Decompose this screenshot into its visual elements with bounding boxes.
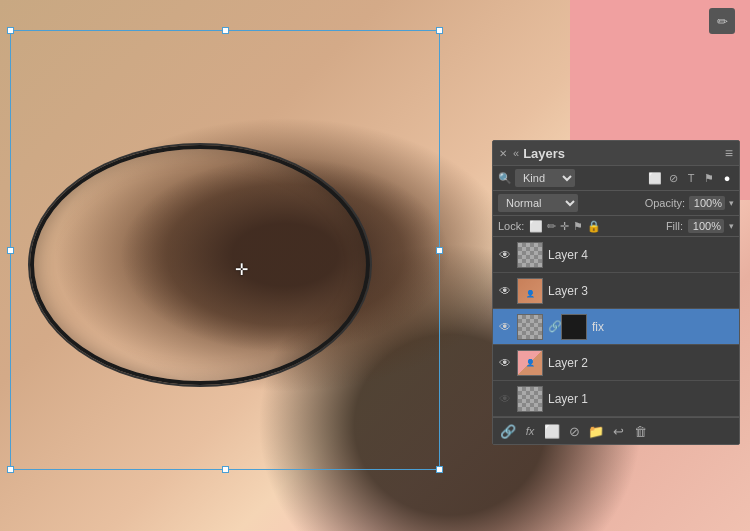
selection-box[interactable] <box>10 30 440 470</box>
lock-paint-icon[interactable]: ✏ <box>547 220 556 233</box>
layer-name: fix <box>592 320 734 334</box>
panel-menu-icon[interactable]: ≡ <box>725 145 733 161</box>
fill-chevron[interactable]: ▾ <box>729 221 734 231</box>
panel-close-button[interactable]: ✕ <box>499 148 509 158</box>
layer-name: Layer 2 <box>548 356 734 370</box>
filter-adjustment-icon[interactable]: ⊘ <box>666 171 680 185</box>
pencil-icon: ✏ <box>717 14 728 29</box>
opacity-value[interactable]: 100% <box>689 196 725 210</box>
pencil-button[interactable]: ✏ <box>709 8 735 34</box>
layer-name: Layer 4 <box>548 248 734 262</box>
filter-icons-group: ⬜ ⊘ T ⚑ ● <box>648 171 734 185</box>
visibility-icon[interactable]: 👁 <box>498 284 512 298</box>
filter-smart-icon[interactable]: ● <box>720 171 734 185</box>
layer-name: Layer 3 <box>548 284 734 298</box>
layer-item[interactable]: 👁 👤 Layer 2 <box>493 345 739 381</box>
panel-title: Layers <box>523 146 565 161</box>
layer-item[interactable]: 👁 Layer 4 <box>493 237 739 273</box>
layer-thumbnail <box>517 386 543 412</box>
layers-panel: ✕ « Layers ≡ 🔍 Kind Name Effect Mode Att… <box>492 140 740 445</box>
fx-button[interactable]: fx <box>521 422 539 440</box>
adjustment-button[interactable]: ⊘ <box>565 422 583 440</box>
panel-footer: 🔗 fx ⬜ ⊘ 📁 ↩ 🗑 <box>493 417 739 444</box>
collapse-icon[interactable]: « <box>513 147 519 159</box>
face-pink-thumb: 👤 <box>518 351 542 375</box>
layer-item[interactable]: 👁 Layer 1 <box>493 381 739 417</box>
fill-value[interactable]: 100% <box>688 219 724 233</box>
layer-item[interactable]: 👁 👤 Layer 3 <box>493 273 739 309</box>
layer-thumbnail: 👤 <box>517 278 543 304</box>
checker-thumb <box>518 315 542 339</box>
link-layers-button[interactable]: 🔗 <box>499 422 517 440</box>
delete-layer-button[interactable]: 🗑 <box>631 422 649 440</box>
handle-top-right[interactable] <box>436 27 443 34</box>
filter-bar: 🔍 Kind Name Effect Mode Attribute Color … <box>493 166 739 191</box>
visibility-icon[interactable]: 👁 <box>498 320 512 334</box>
layers-list: 👁 Layer 4 👁 👤 Layer 3 👁 🔗 fix <box>493 237 739 417</box>
layer-thumbnail: 👤 <box>517 350 543 376</box>
new-layer-button[interactable]: ↩ <box>609 422 627 440</box>
lock-icons-group: ⬜ ✏ ✛ ⚑ 🔒 <box>529 220 601 233</box>
lock-position-icon[interactable]: ✛ <box>560 220 569 233</box>
layer-thumbnail <box>517 314 543 340</box>
add-mask-button[interactable]: ⬜ <box>543 422 561 440</box>
handle-mid-right[interactable] <box>436 247 443 254</box>
handle-top-left[interactable] <box>7 27 14 34</box>
opacity-chevron[interactable]: ▾ <box>729 198 734 208</box>
panel-header-left: ✕ « Layers <box>499 146 565 161</box>
mask-thumbnail <box>561 314 587 340</box>
handle-mid-left[interactable] <box>7 247 14 254</box>
visibility-icon[interactable]: 👁 <box>498 248 512 262</box>
filter-search-icon: 🔍 <box>498 172 512 185</box>
filter-type-icon[interactable]: T <box>684 171 698 185</box>
filter-kind-dropdown[interactable]: Kind Name Effect Mode Attribute Color <box>515 169 575 187</box>
black-thumb <box>562 315 586 339</box>
checker-thumb <box>518 243 542 267</box>
lock-label: Lock: <box>498 220 524 232</box>
handle-bottom-right[interactable] <box>436 466 443 473</box>
handle-top-center[interactable] <box>222 27 229 34</box>
fill-label: Fill: <box>666 220 683 232</box>
blend-mode-bar: Normal Dissolve Multiply Screen Overlay … <box>493 191 739 216</box>
lock-transparent-icon[interactable]: ⬜ <box>529 220 543 233</box>
blend-mode-dropdown[interactable]: Normal Dissolve Multiply Screen Overlay <box>498 194 578 212</box>
link-chain-icon[interactable]: 🔗 <box>548 320 556 333</box>
lock-bar: Lock: ⬜ ✏ ✛ ⚑ 🔒 Fill: 100% ▾ <box>493 216 739 237</box>
lock-all-icon[interactable]: 🔒 <box>587 220 601 233</box>
layer-item-active[interactable]: 👁 🔗 fix <box>493 309 739 345</box>
panel-header: ✕ « Layers ≡ <box>493 141 739 166</box>
group-button[interactable]: 📁 <box>587 422 605 440</box>
lock-artboard-icon[interactable]: ⚑ <box>573 220 583 233</box>
visibility-icon[interactable]: 👁 <box>498 356 512 370</box>
visibility-icon[interactable]: 👁 <box>498 392 512 406</box>
handle-bottom-left[interactable] <box>7 466 14 473</box>
handle-bottom-center[interactable] <box>222 466 229 473</box>
layer-thumbnail <box>517 242 543 268</box>
crosshair-cursor: ✛ <box>235 260 251 276</box>
filter-pixel-icon[interactable]: ⬜ <box>648 171 662 185</box>
checker-thumb <box>518 387 542 411</box>
face-thumb: 👤 <box>518 279 542 303</box>
filter-shape-icon[interactable]: ⚑ <box>702 171 716 185</box>
layer-name: Layer 1 <box>548 392 734 406</box>
opacity-label: Opacity: <box>645 197 685 209</box>
